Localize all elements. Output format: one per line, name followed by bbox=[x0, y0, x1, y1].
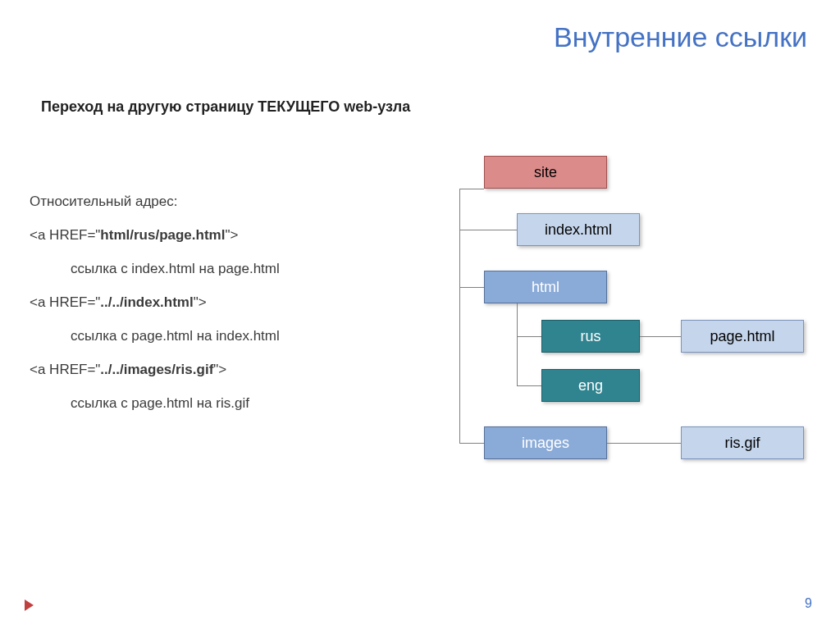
connector bbox=[517, 336, 541, 337]
example-1-caption: ссылка с index.html на page.html bbox=[30, 260, 407, 279]
node-ris-gif: ris.gif bbox=[681, 426, 804, 459]
node-rus: rus bbox=[541, 320, 640, 353]
connector bbox=[459, 287, 484, 288]
connector bbox=[459, 443, 484, 444]
code-path: ../../index.html bbox=[100, 294, 193, 310]
code-prefix: <a HREF=" bbox=[30, 294, 100, 310]
connector bbox=[459, 189, 484, 189]
page-title: Внутренние ссылки bbox=[554, 21, 807, 53]
node-page-html: page.html bbox=[681, 320, 804, 353]
code-suffix: "> bbox=[213, 362, 226, 377]
subtitle: Переход на другую страницу ТЕКУЩЕГО web-… bbox=[41, 98, 410, 116]
explanation-block: Относительный адрес: <a HREF="html/rus/p… bbox=[30, 193, 407, 428]
relative-address-label: Относительный адрес: bbox=[30, 193, 407, 212]
connector bbox=[607, 443, 681, 444]
example-3-caption: ссылка с page.html на ris.gif bbox=[30, 394, 407, 413]
example-2-code: <a HREF="../../index.html"> bbox=[30, 294, 407, 312]
code-path: html/rus/page.html bbox=[100, 227, 225, 243]
code-suffix: "> bbox=[194, 294, 207, 310]
code-suffix: "> bbox=[225, 227, 238, 243]
connector bbox=[459, 230, 517, 230]
node-eng: eng bbox=[541, 369, 640, 402]
connector bbox=[640, 336, 681, 337]
code-prefix: <a HREF=" bbox=[30, 227, 100, 243]
node-site: site bbox=[484, 156, 607, 189]
page-number: 9 bbox=[805, 596, 812, 611]
example-2-caption: ссылка с page.html на index.html bbox=[30, 327, 407, 346]
example-3-code: <a HREF="../../images/ris.gif"> bbox=[30, 361, 407, 380]
slide: Внутренние ссылки Переход на другую стра… bbox=[0, 0, 840, 629]
example-1-code: <a HREF="html/rus/page.html"> bbox=[30, 226, 407, 245]
node-images: images bbox=[484, 426, 607, 459]
connector bbox=[517, 303, 518, 385]
footer-arrow-icon bbox=[25, 599, 34, 611]
node-index-html: index.html bbox=[517, 213, 640, 246]
connector bbox=[517, 385, 541, 386]
site-tree-diagram: site index.html html rus page.html eng i… bbox=[410, 156, 820, 500]
code-prefix: <a HREF=" bbox=[30, 362, 100, 377]
node-html: html bbox=[484, 271, 607, 303]
code-path: ../../images/ris.gif bbox=[100, 362, 213, 377]
connector bbox=[459, 189, 460, 443]
